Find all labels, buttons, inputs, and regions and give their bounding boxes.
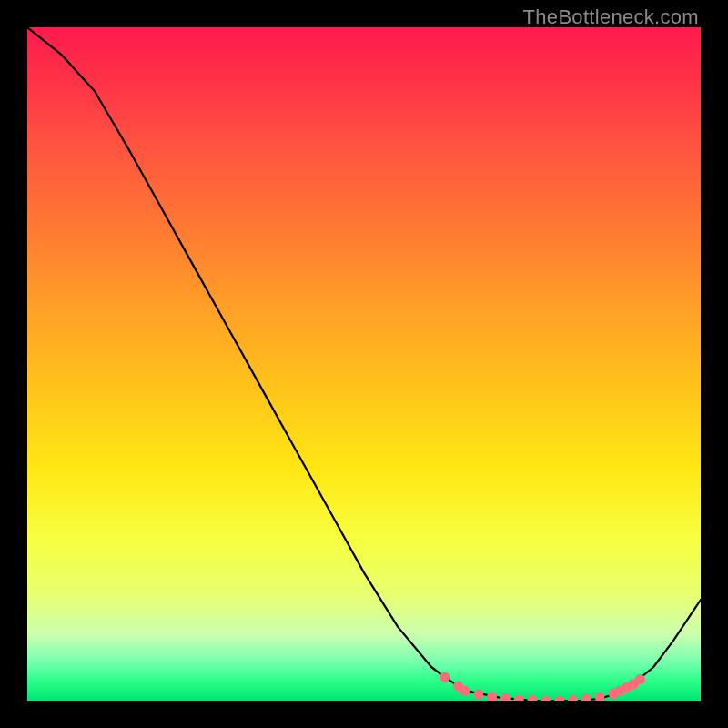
chart-frame: TheBottleneck.com (0, 0, 728, 728)
plot-area (27, 27, 701, 701)
watermark-text: TheBottleneck.com (523, 5, 699, 29)
